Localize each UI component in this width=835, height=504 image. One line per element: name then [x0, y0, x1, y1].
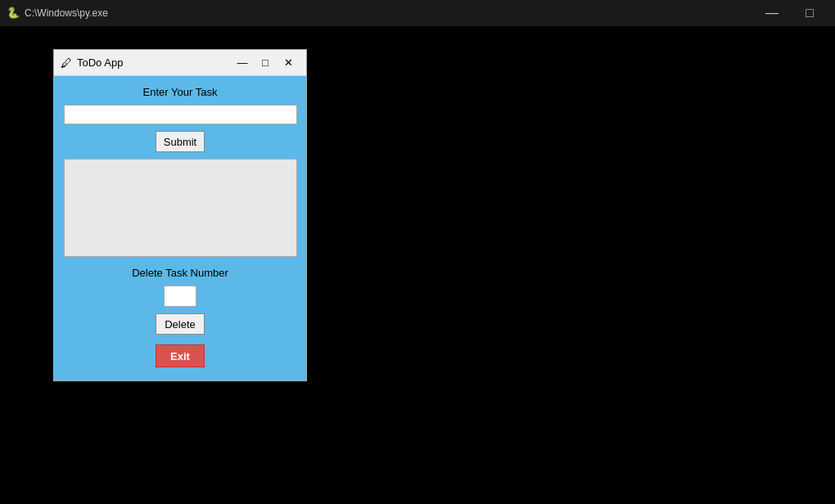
taskbar: 🐍 C:\Windows\py.exe — □	[0, 0, 835, 26]
exit-button[interactable]: Exit	[156, 344, 205, 367]
window-content: Enter Your Task Submit Delete Task Numbe…	[54, 76, 306, 380]
task-listbox[interactable]	[64, 159, 297, 257]
taskbar-app-icon: 🐍	[7, 7, 20, 20]
window-controls: — □ ✕	[231, 54, 300, 72]
taskbar-maximize-button[interactable]: □	[791, 0, 828, 26]
submit-button[interactable]: Submit	[156, 131, 205, 152]
taskbar-controls: — □	[753, 0, 828, 26]
taskbar-minimize-button[interactable]: —	[753, 0, 791, 26]
window-title: ToDo App	[77, 56, 231, 69]
delete-number-input[interactable]	[164, 286, 196, 307]
delete-task-label: Delete Task Number	[132, 267, 228, 279]
window-close-button[interactable]: ✕	[277, 54, 300, 72]
window-app-icon: 🖊	[61, 56, 72, 70]
window-minimize-button[interactable]: —	[231, 54, 254, 72]
window-titlebar: 🖊 ToDo App — □ ✕	[54, 50, 306, 76]
enter-task-label: Enter Your Task	[143, 86, 218, 98]
app-window: 🖊 ToDo App — □ ✕ Enter Your Task Submit …	[53, 49, 307, 381]
task-input[interactable]	[64, 105, 297, 124]
delete-button[interactable]: Delete	[156, 313, 205, 335]
taskbar-title: C:\Windows\py.exe	[25, 7, 108, 19]
window-maximize-button[interactable]: □	[254, 54, 277, 72]
